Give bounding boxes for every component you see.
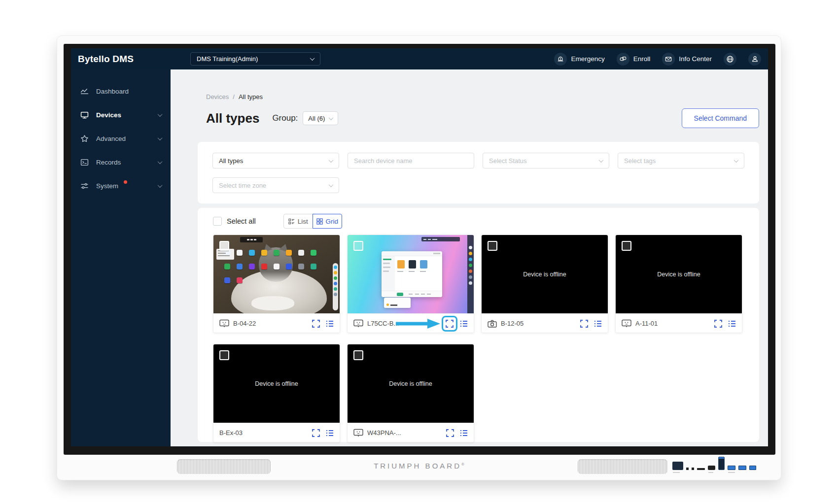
sidebar-item-records[interactable]: Records xyxy=(71,150,171,174)
view-toggle: List Grid xyxy=(283,214,342,229)
device-checkbox[interactable] xyxy=(219,241,229,251)
port-cluster xyxy=(672,457,756,470)
detail-list-icon[interactable] xyxy=(460,430,468,437)
app-logo: Bytello DMS xyxy=(78,54,134,65)
fullscreen-icon[interactable] xyxy=(714,320,722,328)
port-hdmi xyxy=(672,462,683,470)
device-screenshot-cat-launcher[interactable] xyxy=(213,235,340,313)
device-checkbox[interactable] xyxy=(219,350,229,360)
chevron-down-icon xyxy=(158,183,163,188)
device-card[interactable]: Device is offline B-12-05 xyxy=(481,235,608,333)
fullscreen-icon[interactable] xyxy=(580,320,588,328)
language-globe-button[interactable] xyxy=(724,53,736,66)
detail-list-icon[interactable] xyxy=(728,320,736,327)
devices-panel: Select all List Grid xyxy=(198,208,759,442)
port-pin xyxy=(692,468,694,470)
group-label: Group: xyxy=(272,113,298,123)
desktop-sidebar xyxy=(467,235,474,313)
sidebar-item-label: Advanced xyxy=(96,135,126,142)
sidebar-item-devices[interactable]: Devices xyxy=(71,103,171,127)
detail-list-icon[interactable] xyxy=(326,430,334,437)
devices-icon xyxy=(80,111,89,119)
monitor-icon xyxy=(353,429,363,437)
breadcrumb-devices[interactable]: Devices xyxy=(206,93,229,101)
device-card[interactable]: L75CC-B... xyxy=(347,235,474,333)
detail-list-icon[interactable] xyxy=(594,320,602,327)
chevron-down-icon xyxy=(310,56,315,61)
emergency-icon xyxy=(554,53,567,66)
device-name: W43PNA-... xyxy=(367,429,401,437)
device-card[interactable]: B-04-22 xyxy=(213,235,340,333)
sidebar-item-system[interactable]: System xyxy=(71,174,171,198)
app-icon-row xyxy=(224,277,243,283)
device-name: B-12-05 xyxy=(501,320,524,327)
device-checkbox[interactable] xyxy=(488,241,497,251)
monitor-icon xyxy=(622,319,631,328)
sidebar-item-dashboard[interactable]: Dashboard xyxy=(71,79,171,103)
device-grid: B-04-22 xyxy=(213,235,744,442)
grid-view-label: Grid xyxy=(326,218,339,225)
offline-text: Device is offline xyxy=(523,271,566,278)
search-device-input[interactable] xyxy=(348,153,474,168)
device-card[interactable]: Device is offline A-11-01 xyxy=(615,235,742,333)
fullscreen-icon[interactable] xyxy=(312,429,320,437)
fullscreen-icon[interactable] xyxy=(446,320,454,328)
chevron-down-icon xyxy=(329,158,334,163)
camera-icon xyxy=(488,320,497,328)
launcher-statusbar xyxy=(240,237,263,242)
device-screenshot-desktop[interactable] xyxy=(348,235,474,313)
grid-view-button[interactable]: Grid xyxy=(313,214,342,229)
list-view-button[interactable]: List xyxy=(283,214,313,229)
enroll-icon xyxy=(617,53,629,66)
dashboard-icon xyxy=(80,87,89,96)
select-all-checkbox[interactable] xyxy=(213,217,222,226)
tags-select[interactable]: Select tags xyxy=(618,153,744,168)
fullscreen-icon[interactable] xyxy=(312,320,320,328)
info-center-label: Info Center xyxy=(679,55,712,63)
timezone-select[interactable]: Select time zone xyxy=(212,177,339,193)
device-name: B-04-22 xyxy=(233,320,256,327)
emergency-button[interactable]: Emergency xyxy=(554,53,604,66)
user-account-button[interactable] xyxy=(748,53,761,66)
screen: Bytello DMS DMS Training(Admin) Emergenc… xyxy=(71,48,768,446)
device-screenshot-offline[interactable]: Device is offline xyxy=(213,344,340,423)
device-screenshot-offline[interactable]: Device is offline xyxy=(616,235,742,313)
enroll-label: Enroll xyxy=(633,55,651,63)
chevron-down-icon xyxy=(158,112,163,117)
port-ops xyxy=(718,457,725,470)
fullscreen-icon[interactable] xyxy=(446,429,454,437)
status-placeholder: Select Status xyxy=(489,157,527,165)
info-center-button[interactable]: Info Center xyxy=(662,53,712,66)
port-usb xyxy=(728,466,735,470)
sidebar-item-advanced[interactable]: Advanced xyxy=(71,127,171,150)
tags-placeholder: Select tags xyxy=(624,157,656,165)
group-dropdown[interactable]: All (6) xyxy=(303,111,338,125)
sidebar-item-label: Records xyxy=(96,159,121,166)
annotation-arrow xyxy=(396,319,441,329)
device-checkbox[interactable] xyxy=(353,350,363,360)
device-name: B-Ex-03 xyxy=(219,429,243,437)
device-screenshot-offline[interactable]: Device is offline xyxy=(348,344,474,423)
port-usb xyxy=(738,466,746,470)
status-select[interactable]: Select Status xyxy=(483,153,609,168)
page-title: All types xyxy=(206,111,259,126)
device-screenshot-offline[interactable]: Device is offline xyxy=(482,235,608,313)
chevron-down-icon xyxy=(158,159,163,164)
org-selector-dropdown[interactable]: DMS Training(Admin) xyxy=(190,52,320,66)
device-card[interactable]: Device is offline B-Ex-03 xyxy=(213,344,340,442)
star-icon xyxy=(80,134,89,143)
device-checkbox[interactable] xyxy=(353,241,363,251)
device-checkbox[interactable] xyxy=(622,241,631,251)
breadcrumb: Devices / All types xyxy=(206,93,768,101)
detail-list-icon[interactable] xyxy=(326,320,334,327)
enroll-button[interactable]: Enroll xyxy=(617,53,651,66)
board-chin: TRIUMPH BOARD® xyxy=(57,455,781,480)
device-card[interactable]: Device is offline W43PNA-... xyxy=(347,344,474,442)
detail-list-icon[interactable] xyxy=(460,320,468,327)
device-type-select[interactable]: All types xyxy=(212,153,339,168)
port-slot xyxy=(697,468,705,470)
main-content: Devices / All types All types Group: All… xyxy=(171,69,768,446)
app-header: Bytello DMS DMS Training(Admin) Emergenc… xyxy=(71,48,768,69)
select-command-button[interactable]: Select Command xyxy=(682,108,759,128)
select-all-label: Select all xyxy=(227,217,256,225)
